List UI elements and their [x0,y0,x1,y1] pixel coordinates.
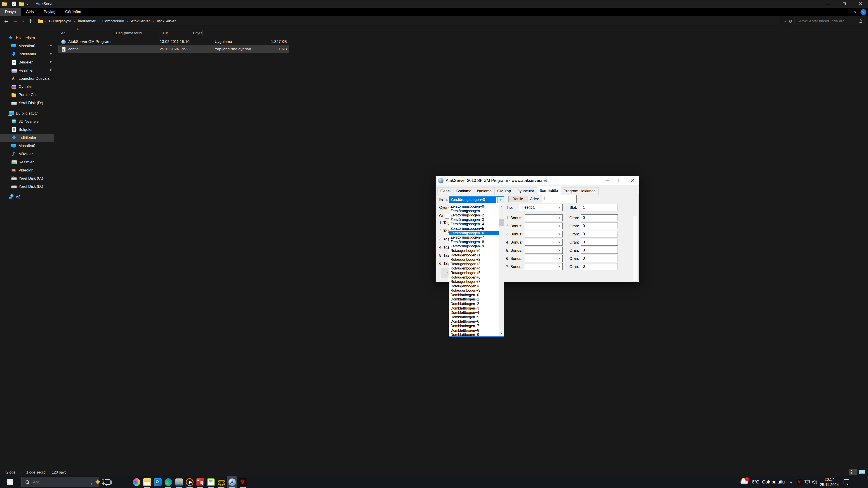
dropdown-option[interactable]: Domblattbogen+2 [449,302,499,306]
dropdown-option[interactable]: Domblattbogen+9 [449,332,499,336]
rate-field[interactable] [581,231,618,237]
file-row[interactable]: config 25.11.2024 19:33 Yapılandırma aya… [58,45,289,53]
dropdown-option[interactable]: Domblattbogen+8 [449,328,499,333]
type-combobox[interactable]: Hesaba ∨ [520,204,563,211]
refresh-icon[interactable]: ↻ [789,19,792,24]
clock[interactable]: 20:17 25.11.2024 [819,477,840,487]
address-box[interactable]: › Bu bilgisayar › İndirilenler › Compres… [36,17,780,25]
sidebar-item[interactable]: Yerel Disk (D:) [0,183,54,191]
dropdown-option[interactable]: Zerstörungsbogen+5 [449,226,499,231]
dropdown-option[interactable]: Zerstörungsbogen+3 [449,218,499,222]
quick-access-properties-icon[interactable]: ✓ [12,2,16,6]
dropdown-option[interactable]: Domblattbogen+7 [449,324,499,328]
bonus-combobox[interactable]: ∨ [525,255,563,262]
dropdown-scrollbar[interactable]: ∧ ∨ [499,204,504,336]
dialog-tab[interactable]: Oyuncular [514,187,537,195]
scroll-down-icon[interactable]: ∨ [499,331,504,336]
dropdown-option[interactable]: Rotaugenbogen+8 [449,284,499,289]
restore-button[interactable] [837,0,851,8]
sidebar-item-this-pc[interactable]: Bu bilgisayar [0,109,54,118]
dropdown-option[interactable]: Zerstörungsbogen+2 [449,213,499,218]
recent-locations-chevron-icon[interactable]: ∨ [20,16,26,26]
sidebar-item[interactable]: Belgeler [0,58,54,66]
action-center-icon[interactable] [844,480,849,484]
tray-expand-chevron-icon[interactable]: ∧ [790,476,792,488]
weather-widget[interactable]: 6°C Çok bulutlu [752,476,785,488]
up-button[interactable]: ↑ [27,16,34,26]
dialog-close-button[interactable]: × [626,176,639,185]
bonus-combobox[interactable]: ∨ [525,231,563,237]
dropdown-option[interactable]: Rotaugenbogen+6 [449,275,499,280]
file-row[interactable]: AtakServer GM Programı 13.02.2011 15:10 … [58,38,289,45]
rate-field[interactable] [581,239,618,246]
dropdown-option[interactable]: Rotaugenbogen+5 [449,271,499,275]
menu-tab[interactable]: Dosya [0,8,21,16]
help-icon[interactable]: ? [861,9,866,15]
rate-field[interactable] [581,247,618,254]
network-icon[interactable] [804,476,811,488]
column-header[interactable]: Boyut [190,30,203,36]
menu-tab[interactable]: Görünüm [60,8,86,16]
dialog-tab[interactable]: Program Hakkında [561,187,598,195]
sidebar-item[interactable]: Belgeler [0,126,54,134]
dropdown-option[interactable]: Rotaugenbogen+2 [449,257,499,262]
column-header[interactable]: Tür [160,30,190,36]
dialog-tab[interactable]: Işınlama [474,187,494,195]
menu-tab[interactable]: Giriş [21,8,39,16]
dialog-scrollbar[interactable] [633,216,637,282]
sidebar-item[interactable]: Purple Cat [0,91,54,99]
close-button[interactable]: × [853,0,868,8]
dropdown-option[interactable]: Rotaugenbogen+4 [449,266,499,271]
bonus-combobox[interactable]: ∨ [525,239,563,246]
scroll-up-icon[interactable]: ∧ [499,204,504,209]
breadcrumb-segment[interactable]: İndirilenler [77,19,96,24]
dropdown-option[interactable]: Zerstörungsbogen+9 [449,244,499,249]
dialog-minimize-button[interactable] [601,176,614,185]
sidebar-item[interactable]: İndirilenler [0,50,54,58]
tray-v-game-icon[interactable] [797,480,802,485]
quantity-field[interactable] [541,195,577,203]
bonus-combobox[interactable]: ∨ [525,215,563,221]
breadcrumb-segment[interactable]: AtakServer [156,19,177,24]
sidebar-item[interactable]: Louncher Dosyalar [0,74,54,83]
dropdown-option[interactable]: Domblattbogen+0 [449,293,499,297]
dropdown-option[interactable]: Zerstörungsbogen+6 [449,231,499,235]
quick-access-customize-chevron-icon[interactable]: ∨ [26,2,29,6]
explorer-search-input[interactable] [796,19,858,24]
forward-button[interactable]: → [11,16,20,26]
details-view-button[interactable] [849,469,857,475]
dialog-tab[interactable]: Item Editle [537,186,561,195]
breadcrumb-segment[interactable]: Compressed [101,19,125,24]
rate-field[interactable] [581,255,618,262]
sidebar-item[interactable]: Masaüstü [0,142,54,150]
dropdown-option[interactable]: Zerstörungsbogen+0 [449,204,499,209]
slot-field[interactable] [581,204,618,211]
sidebar-item[interactable]: Yerel Disk (C:) [0,174,54,183]
sidebar-item[interactable]: Masaüstü [0,42,54,50]
dialog-tab[interactable]: Banlama [453,187,474,195]
menu-tab[interactable]: Paylaş [39,8,60,16]
volume-icon[interactable] [812,476,818,488]
dropdown-option[interactable]: Zerstörungsbogen+4 [449,222,499,226]
quick-access-newfolder-icon[interactable] [19,2,24,6]
dialog-tab[interactable]: GM Yap [494,187,514,195]
sidebar-item[interactable]: Oyunlar [0,83,54,91]
sidebar-item[interactable]: 3D Nesneler [0,118,54,126]
address-dropdown-chevron-icon[interactable]: ∨ [784,20,786,23]
sidebar-item[interactable]: Resimler [0,66,54,74]
minimize-button[interactable] [821,0,835,8]
rate-field[interactable] [581,263,618,270]
breadcrumb-segment[interactable]: Bu bilgisayar [48,19,72,24]
breadcrumb-segment[interactable]: AtakServer [130,19,151,24]
sidebar-item[interactable]: Videolar [0,166,54,174]
dropdown-option[interactable]: Rotaugenbogen+7 [449,280,499,284]
item-combobox[interactable]: Zerstörungsbogen+0 ∨ [449,196,504,203]
column-header[interactable]: Ad [58,30,113,36]
dropdown-option[interactable]: Domblattbogen+1 [449,297,499,302]
thumbnails-view-button[interactable] [858,469,866,475]
column-header[interactable]: Değiştirme tarihi [113,30,160,36]
back-button[interactable]: ← [2,16,10,26]
sidebar-item[interactable]: Müzikler [0,150,54,158]
bonus-combobox[interactable]: ∨ [525,223,563,229]
scrollbar-thumb[interactable] [499,219,504,226]
